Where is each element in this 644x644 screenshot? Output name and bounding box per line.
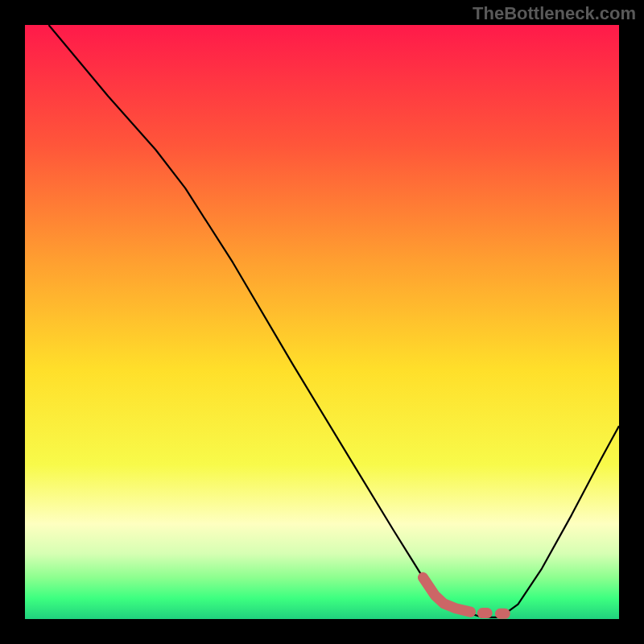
chart-background: [25, 25, 619, 619]
bottleneck-chart: [25, 25, 619, 619]
chart-plot-area: [25, 25, 619, 619]
watermark-text: TheBottleneck.com: [473, 3, 636, 24]
